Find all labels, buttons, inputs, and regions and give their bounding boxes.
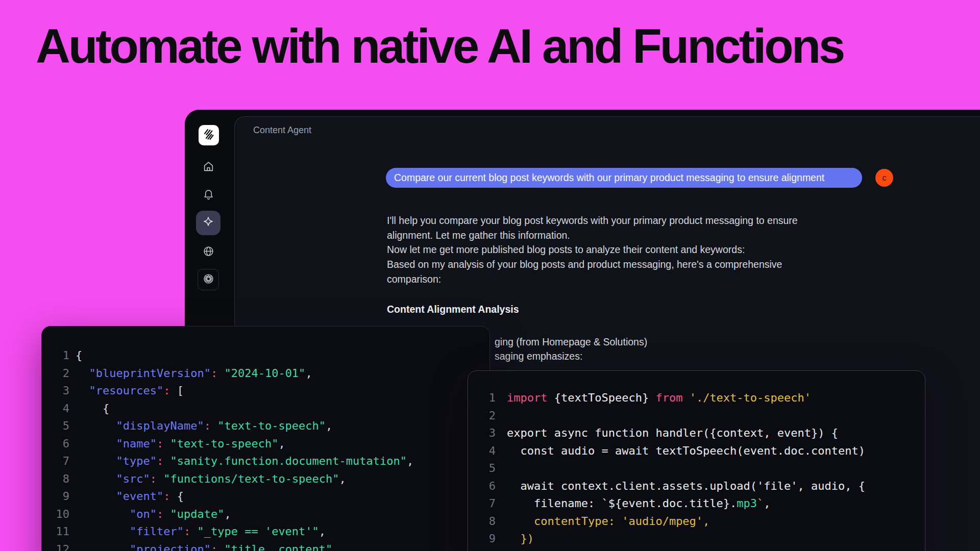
code-line: 7 filename: `${event.doc.title}.mp3`, xyxy=(468,495,925,513)
line-number: 1 xyxy=(42,347,69,365)
code-token: "filter" xyxy=(130,525,184,538)
code-token: "update" xyxy=(170,508,224,520)
code-token xyxy=(157,472,163,485)
code-token: , xyxy=(278,437,285,450)
sanity-logo[interactable] xyxy=(199,125,219,145)
code-token: from xyxy=(655,391,682,404)
assistant-clipped-line: ging (from Homepage & Solutions) xyxy=(495,336,647,348)
code-token: : xyxy=(163,490,170,503)
code-token xyxy=(76,543,130,551)
code-token: "src" xyxy=(116,472,150,485)
code-line: 7 "type": "sanity.function.document-muta… xyxy=(42,453,489,470)
line-number: 6 xyxy=(468,478,496,495)
code-token: { xyxy=(76,402,109,415)
handler-js-code-panel: 1import {textToSpeech} from './text-to-s… xyxy=(468,370,925,551)
code-token: './text-to-speech' xyxy=(690,391,811,404)
line-number: 5 xyxy=(468,460,496,478)
code-token: : xyxy=(157,437,163,450)
code-line: 6 "name": "text-to-speech", xyxy=(42,435,489,453)
code-token xyxy=(76,472,116,485)
sidebar-item-apps[interactable] xyxy=(198,269,219,290)
code-token xyxy=(76,367,89,380)
code-token: : xyxy=(184,525,190,538)
code-token: , xyxy=(407,455,413,467)
section-heading: Content Alignment Analysis xyxy=(387,304,519,315)
assistant-line: Based on my analysis of your blog posts … xyxy=(387,257,798,272)
line-number: 4 xyxy=(42,400,69,418)
code-token: , xyxy=(326,419,332,432)
code-token: "title, content" xyxy=(224,543,332,551)
code-line: 10 "on": "update", xyxy=(42,506,489,523)
code-line: 11 "filter": "_type == 'event'", xyxy=(42,523,489,541)
code-token: , xyxy=(305,367,312,380)
user-message-bubble: Compare our current blog post keywords w… xyxy=(386,168,862,188)
assistant-line: Now let me get more published blog posts… xyxy=(387,242,798,257)
sidebar-item-notifications[interactable] xyxy=(202,188,214,201)
code-token: : xyxy=(204,419,211,432)
line-number: 1 xyxy=(468,389,496,407)
code-line: 4 const audio = await textToSpeech(event… xyxy=(468,442,925,460)
code-line: 9 }) xyxy=(468,530,925,548)
code-token xyxy=(682,391,689,404)
code-token: [ xyxy=(170,384,184,397)
code-token: import xyxy=(507,391,547,404)
line-number: 9 xyxy=(42,488,69,506)
code-token xyxy=(76,490,116,503)
line-number: 8 xyxy=(42,470,69,488)
sidebar-item-globe[interactable] xyxy=(202,245,214,257)
code-token xyxy=(76,508,130,520)
code-token: "functions/text-to-speech" xyxy=(163,472,339,485)
code-token: "displayName" xyxy=(116,419,204,432)
bell-icon xyxy=(203,189,214,201)
user-message-text: Compare our current blog post keywords w… xyxy=(394,172,824,184)
line-number: 2 xyxy=(468,407,496,425)
code-token: "projection" xyxy=(130,543,211,551)
code-token: "2024-10-01" xyxy=(224,367,305,380)
scribble-logo-icon xyxy=(202,128,215,143)
code-token: "type" xyxy=(116,455,156,467)
sidebar-item-home[interactable] xyxy=(202,160,214,172)
code-token xyxy=(211,419,217,432)
code-token xyxy=(76,455,116,467)
stage: Automate with native AI and Functions xyxy=(0,0,980,551)
code-token: "resources" xyxy=(89,384,164,397)
code-token: { xyxy=(76,349,82,362)
media-wheel-icon xyxy=(203,273,214,287)
code-line: 8 "src": "functions/text-to-speech", xyxy=(42,470,489,488)
code-token xyxy=(217,367,224,380)
hero-heading: Automate with native AI and Functions xyxy=(36,19,843,73)
code-token xyxy=(163,437,170,450)
assistant-clipped-line: saging emphasizes: xyxy=(495,350,582,362)
assistant-line: I'll help you compare your blog post key… xyxy=(387,213,798,228)
code-token xyxy=(76,384,89,397)
assistant-line: comparison: xyxy=(387,272,798,287)
code-token: "event" xyxy=(116,490,163,503)
code-line: 6 await context.client.assets.upload('fi… xyxy=(468,478,925,495)
code-token: : xyxy=(211,367,217,380)
globe-icon xyxy=(203,245,214,257)
line-number: 5 xyxy=(42,417,69,435)
code-line: 4 { xyxy=(42,400,489,418)
code-token xyxy=(76,419,116,432)
code-token: {textToSpeech} xyxy=(547,391,655,404)
user-avatar[interactable]: c xyxy=(875,169,893,187)
code-token: "on" xyxy=(130,508,157,520)
code-token xyxy=(190,525,197,538)
line-number: 9 xyxy=(468,530,496,548)
line-number: 2 xyxy=(42,365,69,383)
code-token: , xyxy=(764,497,770,510)
code-token: : xyxy=(211,543,217,551)
code-token: filename: `${event.doc.title}. xyxy=(507,497,737,510)
code-token: "text-to-speech" xyxy=(170,437,278,450)
line-number: 6 xyxy=(42,435,69,453)
line-number: 3 xyxy=(468,424,496,442)
code-token xyxy=(217,543,224,551)
sparkle-icon xyxy=(202,215,215,231)
code-token: "sanity.function.document-mutation" xyxy=(170,455,407,467)
code-token xyxy=(76,525,130,538)
assistant-message: I'll help you compare your blog post key… xyxy=(387,213,798,287)
line-number: 8 xyxy=(468,513,496,531)
sidebar-item-ai-assist[interactable] xyxy=(196,211,220,235)
home-icon xyxy=(203,161,214,172)
code-line: 2 "blueprintVersion": "2024-10-01", xyxy=(42,365,489,383)
